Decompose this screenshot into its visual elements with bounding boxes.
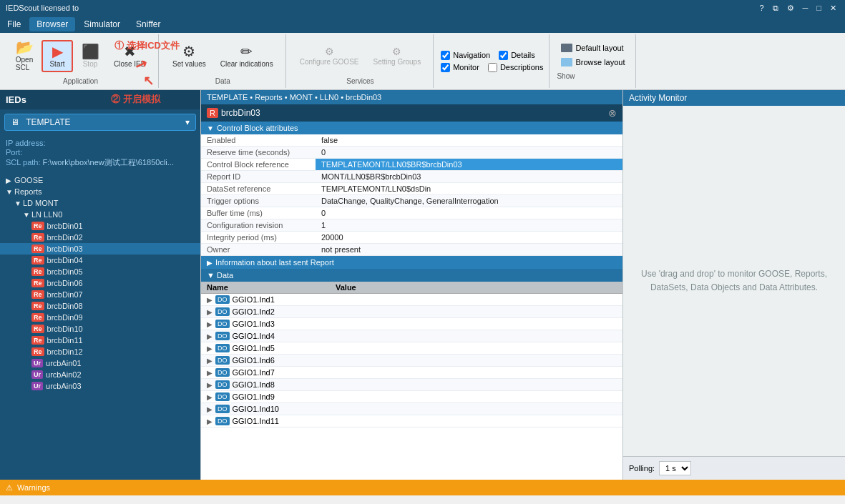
menu-bar: File Browser Simulator Sniffer <box>0 16 845 33</box>
clear-indications-button[interactable]: ✏ Clear indications <box>214 41 280 71</box>
dropdown-arrow-icon: ▾ <box>185 117 190 127</box>
tree-node-brcbdin06[interactable]: Re brcbDin06 <box>0 277 200 289</box>
data-row-ind6[interactable]: ▶ DO GGIO1.Ind6 <box>201 355 622 367</box>
details-checkbox[interactable] <box>499 51 508 60</box>
data-section-header[interactable]: ▼ Data <box>201 269 622 282</box>
prop-label-dataset-ref: DataSet reference <box>201 183 316 195</box>
re-badge-06: Re <box>31 279 44 287</box>
tree-node-brcbdin02[interactable]: Re brcbDin02 <box>0 232 200 243</box>
data-row-ind4[interactable]: ▶ DO GGIO1.Ind4 <box>201 330 622 342</box>
menu-file[interactable]: File <box>0 17 28 31</box>
tree-node-brcbdin04[interactable]: Re brcbDin04 <box>0 255 200 266</box>
tree-node-brcbdin07[interactable]: Re brcbDin07 <box>0 289 200 300</box>
ieds-label: IEDs <box>6 94 26 105</box>
data-row-ind7[interactable]: ▶ DO GGIO1.Ind7 <box>201 367 622 379</box>
right-panel: Activity Monitor Use 'drag and drop' to … <box>623 90 845 480</box>
tree-node-brcbdin11[interactable]: Re brcbDin11 <box>0 335 200 346</box>
tree-node-brcbdin12[interactable]: Re brcbDin12 <box>0 346 200 357</box>
detail-close-button[interactable]: ⊗ <box>608 107 617 119</box>
ur-badge-01: Ur <box>31 359 43 367</box>
menu-simulator[interactable]: Simulator <box>77 17 127 31</box>
configure-goose-icon: ⚙ <box>325 46 334 56</box>
navigation-label: Navigation <box>453 51 490 59</box>
tree-node-urcbain02[interactable]: Ur urcbAin02 <box>0 369 200 380</box>
data-row-ind8[interactable]: ▶ DO GGIO1.Ind8 <box>201 379 622 391</box>
menu-sniffer[interactable]: Sniffer <box>129 17 167 31</box>
tree-node-brcbdin10[interactable]: Re brcbDin10 <box>0 323 200 335</box>
tree-node-goose[interactable]: ▶ GOOSE <box>0 174 200 186</box>
set-values-label: Set values <box>172 60 206 68</box>
re-badge-02: Re <box>31 233 44 242</box>
prop-row-cb-reference: Control Block reference TEMPLATEMONT/LLN… <box>201 159 622 171</box>
share-btn[interactable]: ⧉ <box>770 4 781 13</box>
ln-lln0-label: LN LLN0 <box>31 210 62 219</box>
default-layout-button[interactable]: Default layout <box>557 42 629 54</box>
setting-groups-icon: ⚙ <box>392 46 401 56</box>
tree-node-brcbdin08[interactable]: Re brcbDin08 <box>0 300 200 312</box>
stop-label: Stop <box>83 60 98 68</box>
window-controls[interactable]: ? ⧉ ⚙ ─ □ ✕ <box>756 4 839 13</box>
control-block-section-header[interactable]: ▼ Control Block attributes <box>201 122 622 134</box>
prop-label-report-id: Report ID <box>201 171 316 183</box>
prop-row-config-rev: Configuration revision 1 <box>201 219 622 232</box>
tree-node-ld-mont[interactable]: ▼ LD MONT <box>0 197 200 209</box>
polling-select[interactable]: 1 s 2 s 5 s <box>659 461 691 475</box>
expand-ind3-icon: ▶ <box>207 320 213 328</box>
data-row-ind3[interactable]: ▶ DO GGIO1.Ind3 <box>201 318 622 330</box>
expand-ind5-icon: ▶ <box>207 345 213 352</box>
data-row-ind1[interactable]: ▶ DO GGIO1.Ind1 <box>201 294 622 306</box>
data-row-ind5[interactable]: ▶ DO GGIO1.Ind5 <box>201 342 622 355</box>
tree-section: ▶ GOOSE ▼ Reports ▼ LD MONT <box>0 174 200 392</box>
close-btn[interactable]: ✕ <box>827 4 839 13</box>
data-row-ind2[interactable]: ▶ DO GGIO1.Ind2 <box>201 306 622 318</box>
ind11-name: GGIO1.Ind11 <box>233 417 340 425</box>
application-label: Application <box>63 76 98 87</box>
close-ied-button[interactable]: ✖ Close IED <box>107 41 152 71</box>
ip-label: IP address: <box>6 139 45 147</box>
menu-browser[interactable]: Browser <box>29 17 75 31</box>
start-button[interactable]: ▶ Start <box>41 40 73 72</box>
tree-node-urcbain01[interactable]: Ur urcbAin01 <box>0 357 200 369</box>
data-row-ind11[interactable]: ▶ DO GGIO1.Ind11 <box>201 415 622 428</box>
last-report-section-header[interactable]: ▶ Information about last sent Report <box>201 256 622 269</box>
re-badge-08: Re <box>31 302 44 310</box>
tree-node-brcbdin05[interactable]: Re brcbDin05 <box>0 266 200 277</box>
activity-monitor-header: Activity Monitor <box>623 90 845 106</box>
browse-layout-button[interactable]: Browse layout <box>557 56 629 68</box>
tree-node-urcbain03[interactable]: Ur urcbAin03 <box>0 380 200 392</box>
set-values-button[interactable]: ⚙ Set values <box>166 41 213 71</box>
help-btn[interactable]: ? <box>756 4 766 13</box>
minimize-btn[interactable]: ─ <box>800 4 811 13</box>
ur-badge-03: Ur <box>31 382 43 390</box>
properties-table: Enabled false Reserve time (seconds) 0 C… <box>201 134 622 256</box>
polling-label: Polling: <box>629 464 655 473</box>
tree-node-brcbdin01[interactable]: Re brcbDin01 <box>0 220 200 232</box>
tree-node-reports[interactable]: ▼ Reports <box>0 186 200 197</box>
tree-node-brcbdin09[interactable]: Re brcbDin09 <box>0 312 200 323</box>
do-badge-ind8: DO <box>215 380 230 389</box>
monitor-checkbox[interactable] <box>441 63 450 72</box>
data-row-ind9[interactable]: ▶ DO GGIO1.Ind9 <box>201 391 622 403</box>
ln-lln0-arrow-icon: ▼ <box>23 211 31 219</box>
settings-btn[interactable]: ⚙ <box>784 4 797 13</box>
monitor-label: Monitor <box>453 63 479 71</box>
tree-node-ln-lln0[interactable]: ▼ LN LLN0 <box>0 209 200 220</box>
descriptions-checkbox[interactable] <box>488 63 497 72</box>
monitor-text: Use 'drag and drop' to monitor GOOSE, Re… <box>638 267 831 295</box>
data-row-ind10[interactable]: ▶ DO GGIO1.Ind10 <box>201 403 622 415</box>
open-scl-button[interactable]: 📂 OpenSCL <box>9 36 40 75</box>
expand-ind2-icon: ▶ <box>207 308 213 316</box>
ld-mont-label: LD MONT <box>23 199 59 207</box>
control-block-arrow-icon: ▼ <box>207 124 214 132</box>
ied-dropdown[interactable]: 🖥 TEMPLATE ▾ <box>4 114 196 131</box>
prop-row-dataset-ref: DataSet reference TEMPLATEMONT/LLN0$dsDi… <box>201 183 622 195</box>
ied-info: IP address: Port: SCL path: F:\work\pbox… <box>0 135 200 172</box>
data-section-label: Data <box>217 271 233 280</box>
brcbdin06-label: brcbDin06 <box>47 279 83 287</box>
ind6-name: GGIO1.Ind6 <box>233 356 340 365</box>
navigation-checkbox[interactable] <box>441 51 450 60</box>
configure-goose-label: Configure GOOSE <box>300 58 359 66</box>
tree-node-brcbdin03[interactable]: Re brcbDin03 <box>0 243 200 255</box>
maximize-btn[interactable]: □ <box>814 4 824 13</box>
setting-groups-button: ⚙ Setting Groups <box>366 43 427 69</box>
